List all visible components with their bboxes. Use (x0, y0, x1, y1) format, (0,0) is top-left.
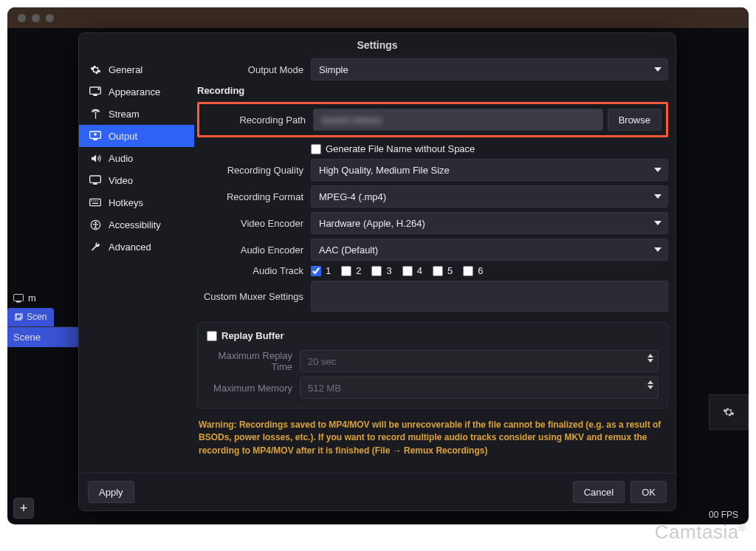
traffic-light-max-icon[interactable] (46, 14, 54, 22)
sidebar-item-label: Output (109, 131, 137, 142)
back-scenes-panel: m Scen Scene (7, 288, 81, 347)
scenes-icon (15, 313, 24, 321)
svg-rect-16 (97, 200, 98, 201)
audio-track-5[interactable]: 5 (433, 265, 453, 276)
appearance-icon (89, 86, 101, 97)
app-window: m Scen Scene + 00 FPS Settings (7, 7, 749, 524)
audio-track-group: 123456 (311, 265, 668, 276)
svg-rect-12 (90, 199, 101, 205)
audio-track-6[interactable]: 6 (463, 265, 483, 276)
audio-track-3[interactable]: 3 (371, 265, 391, 276)
custom-muxer-label: Custom Muxer Settings (197, 291, 311, 302)
max-replay-time-input[interactable]: 20 sec (300, 350, 659, 372)
sidebar-item-label: General (109, 64, 142, 75)
svg-rect-1 (16, 301, 21, 303)
sidebar-item-output[interactable]: Output (79, 125, 194, 147)
settings-sidebar: General Appearance Stream Output Audio (79, 54, 194, 473)
traffic-light-close-icon[interactable] (18, 14, 26, 22)
ok-button[interactable]: OK (630, 481, 667, 503)
max-replay-time-label: Maximum Replay Time (207, 350, 300, 372)
video-encoder-select[interactable]: Hardware (Apple, H.264) (311, 212, 668, 234)
monitor-icon (13, 294, 24, 303)
dialog-title: Settings (79, 33, 676, 54)
checkbox-icon[interactable] (341, 266, 351, 276)
sidebar-item-appearance[interactable]: Appearance (79, 81, 194, 103)
cancel-button[interactable]: Cancel (573, 481, 625, 503)
speaker-icon (89, 152, 101, 164)
chevron-down-icon (654, 194, 662, 199)
gear-icon (89, 64, 101, 75)
svg-rect-2 (15, 315, 21, 320)
sidebar-item-accessibility[interactable]: Accessibility (79, 213, 194, 236)
warning-text: Warning: Recordings saved to MP4/MOV wil… (199, 419, 667, 457)
browse-button[interactable]: Browse (608, 109, 662, 131)
recording-format-select[interactable]: MPEG-4 (.mp4) (311, 185, 668, 208)
sidebar-item-audio[interactable]: Audio (79, 147, 194, 169)
svg-point-19 (94, 222, 97, 224)
sidebar-item-stream[interactable]: Stream (79, 103, 194, 125)
track-label: 2 (356, 265, 361, 276)
recording-path-input[interactable]: ●●●●● ●●●●● (313, 109, 603, 131)
checkbox-icon[interactable] (463, 266, 473, 276)
sidebar-item-label: Appearance (109, 86, 160, 97)
back-right-column (709, 377, 749, 430)
generate-filename-label: Generate File Name without Space (326, 143, 475, 154)
recording-section-header: Recording (197, 85, 668, 96)
svg-point-5 (97, 88, 100, 90)
back-m-label: m (28, 292, 36, 304)
audio-track-1[interactable]: 1 (311, 265, 331, 276)
keyboard-icon (89, 196, 101, 208)
chevron-down-icon (654, 67, 662, 72)
back-scenes-tab[interactable]: Scen (7, 308, 54, 326)
audio-track-label: Audio Track (197, 265, 311, 276)
generate-filename-checkbox[interactable]: Generate File Name without Space (311, 143, 668, 154)
checkbox-icon[interactable] (371, 266, 382, 276)
sidebar-item-video[interactable]: Video (79, 169, 194, 191)
recording-quality-select[interactable]: High Quality, Medium File Size (311, 159, 668, 181)
audio-encoder-select[interactable]: AAC (Default) (311, 239, 668, 261)
sidebar-item-advanced[interactable]: Advanced (79, 236, 194, 258)
svg-rect-10 (90, 176, 101, 182)
back-tabbar: Scen (7, 308, 81, 327)
traffic-light-min-icon[interactable] (32, 14, 40, 22)
sidebar-item-label: Hotkeys (109, 197, 143, 208)
back-scene-item[interactable]: Scene (7, 327, 81, 347)
audio-track-2[interactable]: 2 (341, 265, 361, 276)
stepper-icon[interactable] (647, 354, 653, 363)
audio-track-4[interactable]: 4 (402, 265, 422, 276)
back-settings-cell[interactable] (709, 394, 749, 430)
checkbox-icon[interactable] (311, 144, 321, 154)
replay-buffer-checkbox[interactable]: Replay Buffer (207, 330, 659, 341)
checkbox-icon[interactable] (311, 266, 321, 276)
sidebar-item-general[interactable]: General (79, 58, 194, 81)
sidebar-item-label: Video (109, 175, 133, 186)
gear-icon (723, 406, 735, 418)
apply-button[interactable]: Apply (88, 481, 134, 503)
checkbox-icon[interactable] (207, 331, 217, 341)
output-mode-select[interactable]: Simple (311, 58, 668, 81)
chevron-down-icon (654, 168, 662, 172)
svg-rect-13 (92, 200, 92, 201)
svg-rect-11 (93, 183, 97, 185)
back-add-button[interactable]: + (13, 498, 34, 519)
svg-rect-4 (90, 87, 101, 94)
stepper-icon[interactable] (647, 380, 653, 389)
settings-dialog: Settings General Appearance Stream (78, 32, 676, 511)
recording-path-highlight: Recording Path ●●●●● ●●●●● Browse (197, 102, 668, 137)
video-encoder-label: Video Encoder (197, 218, 311, 229)
sidebar-item-label: Advanced (109, 242, 151, 253)
track-label: 5 (447, 265, 453, 276)
sidebar-item-label: Audio (109, 153, 133, 164)
svg-rect-0 (14, 294, 24, 301)
track-label: 4 (417, 265, 422, 276)
max-memory-input[interactable]: 512 MB (300, 377, 659, 399)
svg-rect-17 (92, 203, 98, 204)
sidebar-item-hotkeys[interactable]: Hotkeys (79, 191, 194, 213)
window-titlebar (7, 7, 749, 28)
svg-rect-3 (16, 313, 22, 318)
custom-muxer-input[interactable] (311, 281, 668, 312)
checkbox-icon[interactable] (433, 266, 443, 276)
max-memory-label: Maximum Memory (207, 383, 300, 394)
checkbox-icon[interactable] (402, 266, 413, 276)
audio-encoder-label: Audio Encoder (197, 244, 311, 256)
